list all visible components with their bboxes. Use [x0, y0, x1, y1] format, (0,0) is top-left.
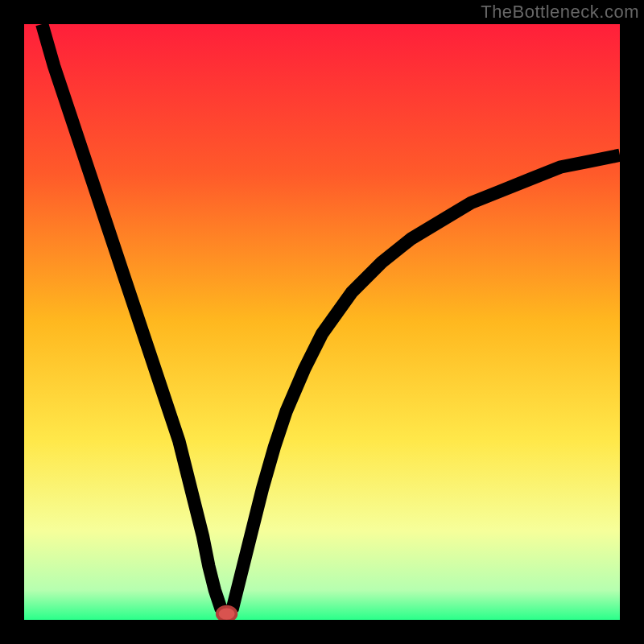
minimum-marker: [217, 607, 237, 620]
watermark-text: TheBottleneck.com: [481, 2, 639, 23]
chart-frame: TheBottleneck.com: [0, 0, 644, 644]
plot-svg: [24, 24, 620, 620]
plot-area: [24, 24, 620, 620]
gradient-bg: [24, 24, 620, 620]
